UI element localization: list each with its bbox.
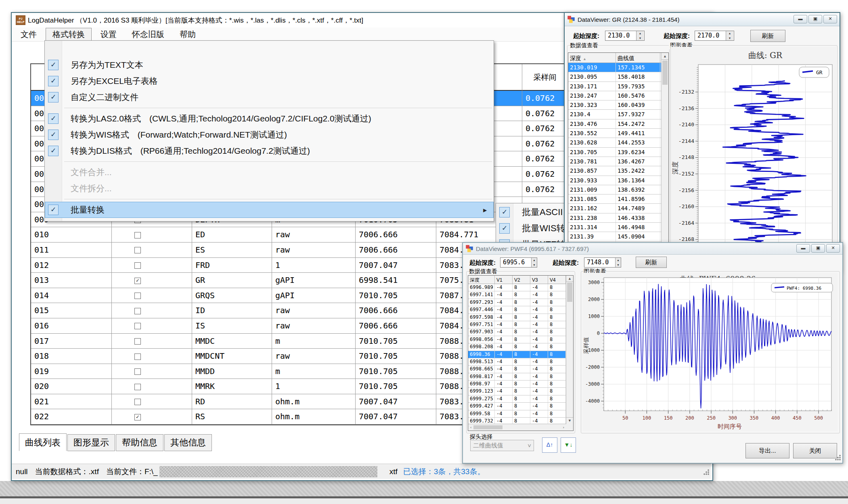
gr-list-row[interactable]: 2130.552149.4411 [568,129,668,138]
row-checkbox-cell[interactable] [112,364,192,379]
menu-item[interactable]: ✓转换为WIS格式 (Forward;Watch;Forward.NET测试通过… [45,127,494,143]
pwf4-list-row[interactable]: 6999.123-48-48 [468,388,573,395]
gr-refresh-button[interactable]: 刷新 [750,30,785,42]
gr-list-row[interactable]: 2130.4157.9327 [568,110,668,119]
gr-list-row[interactable]: 2130.781136.4267 [568,157,668,166]
gr-list-row[interactable]: 2131.238146.4338 [568,213,668,223]
checkbox-icon[interactable] [134,293,141,299]
row-checkbox-cell[interactable] [112,288,192,303]
pwf4-list-row[interactable]: 6997.141-48-48 [468,291,573,299]
menu-item[interactable]: 文件拆分... [45,180,494,197]
gr-data-list[interactable]: 深度 ▲曲线值2130.019157.13452130.095158.40182… [568,52,669,267]
checkbox-icon[interactable] [134,384,141,390]
gr-end-depth-input[interactable]: 2170.0 ▲▼ [695,31,734,41]
gr-list-row[interactable]: 2130.019157.1345 [568,63,668,72]
pwf4-list-row[interactable]: 6997.903-48-48 [468,328,573,336]
pwf4-start-spinner-arrows[interactable]: ▲▼ [531,258,537,267]
gr-list-row[interactable]: 2130.857135.2422 [568,166,668,176]
pwf4-list-row[interactable]: 6997.293-48-48 [468,299,573,306]
menu-item[interactable]: ✓转换为LAS2.0格式 (CWLS,通用;Techolog2014/Geolo… [45,111,494,127]
gr-titlebar[interactable]: DataViewer: GR (2124.38 - 2181.454) ▬ ▣ … [565,13,840,26]
pwf4-data-list[interactable]: 深度V1V2V3V46996.989-48-486997.141-48-4869… [468,275,574,431]
gr-list-row[interactable]: 2131.162144.7489 [568,204,668,213]
checkbox-icon[interactable] [134,232,141,238]
menubar-item-3[interactable]: 设置 [94,28,123,41]
checkbox-icon[interactable] [134,247,141,253]
row-checkbox-cell[interactable] [112,258,192,273]
pwf4-list-vscrollbar[interactable]: ▲▼ [566,276,573,431]
gr-list-scrollbar[interactable]: ▲ [661,53,668,267]
pwf4-list-row[interactable]: 6998.97-48-48 [468,381,573,388]
menu-item[interactable]: ✓另存为为TEXT文本 [45,57,494,73]
pwf4-refresh-button[interactable]: 刷新 [636,257,667,268]
gr-list-row[interactable]: 2130.705139.6234 [568,148,668,157]
pwf4-list-row[interactable]: 6998.817-48-48 [468,373,573,381]
pwf4-list-header[interactable]: 深度V1V2V3V4 [468,276,573,284]
pwf4-list-row[interactable]: 6998.056-48-48 [468,336,573,343]
row-checkbox-cell[interactable] [112,334,192,349]
gr-end-spinner-arrows[interactable]: ▲▼ [726,31,733,40]
tab-2[interactable]: 图形显示 [67,434,115,451]
menubar-item-2[interactable]: 格式转换 [46,28,92,41]
pwf4-list-row[interactable]: 6996.989-48-48 [468,284,573,291]
menu-item[interactable]: 文件合并... [45,164,494,180]
probe-combo[interactable]: 二维曲线值˅ [470,440,534,451]
checkbox-icon[interactable] [134,308,141,314]
row-checkbox-cell[interactable] [112,303,192,318]
row-checkbox-cell[interactable] [112,394,192,410]
gr-close-button[interactable]: ✕ [823,15,837,23]
tab-4[interactable]: 其他信息 [164,434,212,451]
checkbox-icon[interactable] [134,262,141,269]
gr-list-row[interactable]: 2130.476154.2472 [568,119,668,129]
gr-list-row[interactable]: 2131.314146.4948 [568,223,668,232]
pwf4-list-row[interactable]: 6997.446-48-48 [468,306,573,314]
gr-list-header[interactable]: 深度 ▲曲线值 [568,53,668,63]
gr-start-depth-input[interactable]: 2130.0 ▲▼ [605,31,645,41]
pwf4-list-row[interactable]: 6998.208-48-48 [468,343,573,351]
gr-list-row[interactable]: 2130.628144.2553 [568,138,668,147]
gr-maximize-button[interactable]: ▣ [808,15,822,23]
pwf4-start-depth-input[interactable]: 6995.6 ▲▼ [500,257,537,268]
export-button[interactable]: 导出... [745,443,789,458]
gr-minimize-button[interactable]: ▬ [794,15,807,23]
pwf4-list-row[interactable]: 6999.58-48-48 [468,410,573,418]
pwf4-minimize-button[interactable]: ▬ [796,244,810,253]
pwf4-close-button[interactable]: ✕ [826,244,840,253]
checkbox-icon[interactable] [134,399,141,405]
menu-item[interactable]: ✓批量转换► [45,202,494,218]
pwf4-maximize-button[interactable]: ▣ [811,244,825,253]
row-checkbox-cell[interactable]: ✓ [112,273,192,288]
checkbox-icon[interactable] [134,368,141,375]
gr-list-row[interactable]: 2130.095158.4018 [568,72,668,82]
gr-list-row[interactable]: 2130.933136.1364 [568,176,668,185]
tab-1[interactable]: 曲线列表 [19,433,67,451]
resize-grip[interactable] [703,469,709,476]
pwf4-list-hscrollbar[interactable]: ‹› [468,424,566,431]
gr-start-spinner-arrows[interactable]: ▲▼ [636,31,644,40]
gr-list-row[interactable]: 2130.247160.5476 [568,91,668,100]
move-down-button[interactable]: ▼↓ [561,437,576,453]
pwf4-list-row[interactable]: 6997.598-48-48 [468,314,573,321]
checkbox-icon[interactable]: ✓ [134,278,141,284]
pwf4-list-row[interactable]: 6999.427-48-48 [468,403,573,410]
row-checkbox-cell[interactable] [112,243,192,258]
checkbox-icon[interactable]: ✓ [134,414,141,420]
pwf4-list-row[interactable]: 6998.513-48-48 [468,358,573,366]
menubar-item-1[interactable]: 文件 [14,28,43,41]
pwf4-list-row[interactable]: 6997.751-48-48 [468,321,573,328]
checkbox-icon[interactable] [134,323,141,329]
pwf4-end-spinner-arrows[interactable]: ▲▼ [615,258,621,267]
tab-3[interactable]: 帮助信息 [116,434,163,451]
menu-item[interactable]: ✓自定义二进制文件 [45,89,494,105]
menu-item[interactable]: ✓另存为EXCEL电子表格 [45,73,494,89]
gr-list-row[interactable]: 2131.085141.8596 [568,194,668,204]
pwf4-list-row[interactable]: 6998.36-48-48 [468,351,573,358]
table-row[interactable]: 010EDraw7006.6667084.771 [31,227,570,243]
pwf4-titlebar[interactable]: DataViewer: PWF4 (6995.617 - 7327.697) ▬… [463,243,842,255]
pwf4-resize-grip[interactable] [834,455,841,461]
checkbox-icon[interactable] [134,353,141,360]
move-up-button[interactable]: Δ↑ [542,437,557,453]
row-checkbox-cell[interactable] [112,318,192,334]
gr-list-row[interactable]: 2131.009138.6392 [568,185,668,194]
menu-item[interactable]: ✓转换为DLIS格式 (RP66通用;Techlog2014/Geolog7.2… [45,143,494,159]
